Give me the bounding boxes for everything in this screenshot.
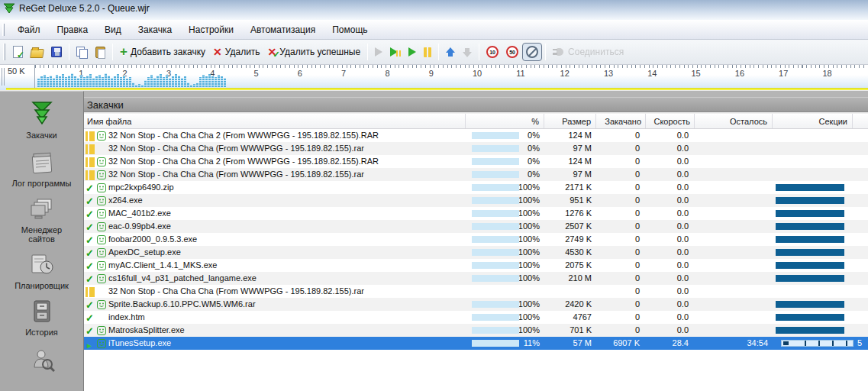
table-row[interactable]: eac-0.99pb4.exe 100% 2507 K 0 0.0	[84, 220, 868, 233]
graph-bar	[211, 76, 214, 87]
table-row[interactable]: cs16full_v4_p31_patched_langame.exe 100%…	[84, 272, 868, 285]
paste-button[interactable]	[92, 44, 109, 61]
remaining-cell	[695, 272, 773, 285]
delete-successful-button[interactable]: ✕ Удалить успешные	[264, 44, 364, 60]
sidebar-item-site-manager[interactable]: Менеджер сайтов	[0, 188, 83, 244]
sidebar-item-history[interactable]: История	[0, 290, 83, 337]
sections-cell	[773, 129, 868, 142]
menu-item[interactable]: Файл	[9, 21, 49, 38]
progress-bar	[472, 275, 519, 282]
status-icon	[86, 338, 95, 348]
table-row[interactable]: foobar2000_0.9.5.3.exe 100% 2749 K 0 0.0	[84, 233, 868, 246]
column-header-remaining[interactable]: Осталось	[695, 114, 773, 128]
save-button[interactable]	[47, 44, 66, 60]
limit-10-icon: 10	[486, 46, 499, 58]
file-name-cell: MatroskaSplitter.exe	[84, 324, 466, 337]
menu-item[interactable]: Вид	[96, 21, 130, 38]
limit-10-button[interactable]: 10	[482, 43, 502, 61]
downloaded-cell: 0	[596, 207, 646, 220]
graph-bar	[199, 77, 202, 87]
copy-button[interactable]	[73, 44, 92, 61]
add-download-button[interactable]: + Добавить закачку	[116, 44, 209, 60]
file-name-cell: Sprite.Backup.6.10.PPC.WM5.WM6.rar	[84, 298, 466, 311]
graph-ruler-number: 14	[647, 69, 657, 78]
table-row[interactable]: 32 Non Stop - Cha Cha Cha 2 (From WWWPGG…	[84, 129, 868, 142]
start-button[interactable]	[405, 44, 420, 60]
table-row[interactable]: iTunesSetup.exe 11% 57 M 6907 K 28.4 34:…	[84, 337, 868, 350]
menu-item[interactable]: Правка	[49, 21, 97, 38]
sections-cell	[773, 194, 868, 207]
column-header-percent[interactable]: %	[466, 114, 544, 128]
table-row[interactable]: MAC_401b2.exe 100% 1276 K 0 0.0	[84, 207, 868, 220]
remaining-cell	[695, 129, 773, 142]
start-all-button[interactable]	[371, 44, 386, 60]
downloaded-cell: 0	[596, 311, 646, 324]
graph-ruler-number: 17	[779, 69, 788, 78]
sidebar-item-downloads[interactable]: Закачки	[0, 92, 83, 140]
progress-bar	[472, 158, 519, 165]
delete-button[interactable]: ✕ Удалить	[209, 44, 264, 60]
table-row[interactable]: 32 Non Stop - Cha Cha Cha 2 (From WWWPGG…	[84, 155, 868, 168]
graph-bar	[153, 78, 156, 87]
sidebar-item-log[interactable]: Лог программы	[0, 140, 83, 188]
toolbar-grip[interactable]	[3, 44, 5, 60]
table-row[interactable]: 32 Non Stop - Cha Cha Cha (From WWWPGG -…	[84, 285, 868, 298]
new-list-button[interactable]	[9, 43, 27, 61]
menu-grip[interactable]	[2, 24, 5, 36]
table-row[interactable]: mpc2kxp6490.zip 100% 2171 K 0 0.0	[84, 181, 868, 194]
size-cell: 97 M	[544, 142, 596, 155]
site-manager-icon	[28, 197, 56, 221]
arrow-down-icon	[463, 47, 472, 57]
sidebar-item-search[interactable]	[0, 337, 83, 377]
column-header-speed[interactable]: Скорость	[646, 114, 695, 128]
column-header-got[interactable]: Закачано	[596, 114, 646, 128]
connect-button[interactable]: Соединиться	[549, 44, 628, 60]
column-header-sections[interactable]: Секции	[773, 114, 853, 128]
open-button[interactable]	[27, 44, 47, 61]
percent-cell: 0%	[466, 129, 544, 142]
menu-item[interactable]: Автоматизация	[242, 21, 324, 38]
percent-cell: 100%	[466, 220, 544, 233]
percent-value: 11%	[524, 338, 540, 347]
graph-bar	[156, 76, 159, 87]
limit-50-button[interactable]: 50	[502, 43, 522, 61]
table-row[interactable]: myAC.Client_1.4.1_MKS.exe 100% 2075 K 0 …	[84, 259, 868, 272]
size-cell: 951 K	[544, 194, 596, 207]
sidebar-item-scheduler[interactable]: Планировщик	[0, 244, 83, 290]
priority-down-button[interactable]	[459, 44, 476, 60]
sections-bar	[776, 327, 844, 334]
sections-cell	[773, 298, 868, 311]
table-row[interactable]: MatroskaSplitter.exe 100% 701 K 0 0.0	[84, 324, 868, 337]
smiley-icon	[97, 261, 106, 270]
no-limit-icon	[526, 46, 538, 58]
graph-bar	[102, 77, 104, 87]
graph-bar	[80, 75, 82, 87]
sections-cell	[773, 285, 868, 298]
menu-item[interactable]: Закачка	[130, 21, 180, 38]
table-row[interactable]: 32 Non Stop - Cha Cha Cha (From WWWPGG -…	[84, 168, 868, 181]
table-row[interactable]: index.htm 100% 4767 0 0.0	[84, 311, 868, 324]
sections-cell	[773, 207, 868, 220]
pause-button[interactable]	[420, 44, 435, 60]
remaining-cell	[695, 259, 773, 272]
toolbar-separator	[545, 44, 546, 60]
priority-up-button[interactable]	[442, 44, 459, 60]
speed-cell: 0.0	[646, 285, 695, 298]
table-row[interactable]: ApexDC_setup.exe 100% 4530 K 0 0.0	[84, 246, 868, 259]
table-row[interactable]: 32 Non Stop - Cha Cha Cha (From WWWPGG -…	[84, 142, 868, 155]
sections-bar	[776, 275, 844, 282]
sections-bar	[776, 223, 844, 230]
graph-grip[interactable]	[2, 68, 5, 86]
percent-value: 0%	[528, 131, 540, 140]
menu-item[interactable]: Помощь	[324, 21, 376, 38]
percent-value: 100%	[518, 196, 540, 205]
column-header-name[interactable]: Имя файла	[84, 114, 466, 128]
table-row[interactable]: Sprite.Backup.6.10.PPC.WM5.WM6.rar 100% …	[84, 298, 868, 311]
table-row[interactable]: x264.exe 100% 951 K 0 0.0	[84, 194, 868, 207]
progress-bar	[472, 249, 519, 256]
menu-item[interactable]: Настройки	[180, 21, 242, 38]
no-limit-button[interactable]	[522, 43, 542, 61]
column-header-size[interactable]: Размер	[544, 114, 596, 128]
percent-cell: 100%	[466, 233, 544, 246]
start-queue-button[interactable]	[386, 44, 405, 60]
